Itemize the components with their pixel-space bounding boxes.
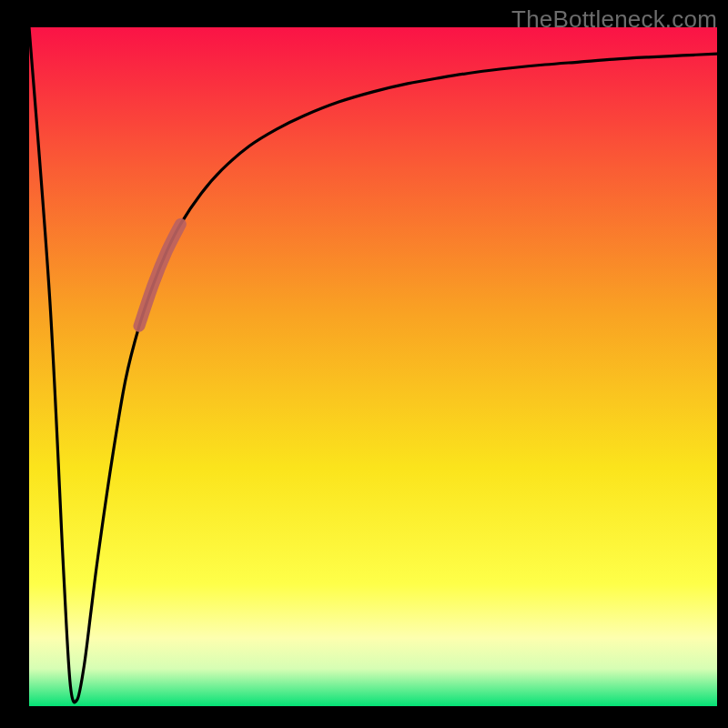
frame-top — [0, 0, 728, 27]
frame-left — [0, 0, 29, 728]
bottleneck-chart — [0, 0, 728, 728]
frame-bottom — [0, 706, 728, 728]
plot-background — [29, 27, 717, 706]
frame-right — [717, 0, 728, 728]
chart-container: TheBottleneck.com — [0, 0, 728, 728]
